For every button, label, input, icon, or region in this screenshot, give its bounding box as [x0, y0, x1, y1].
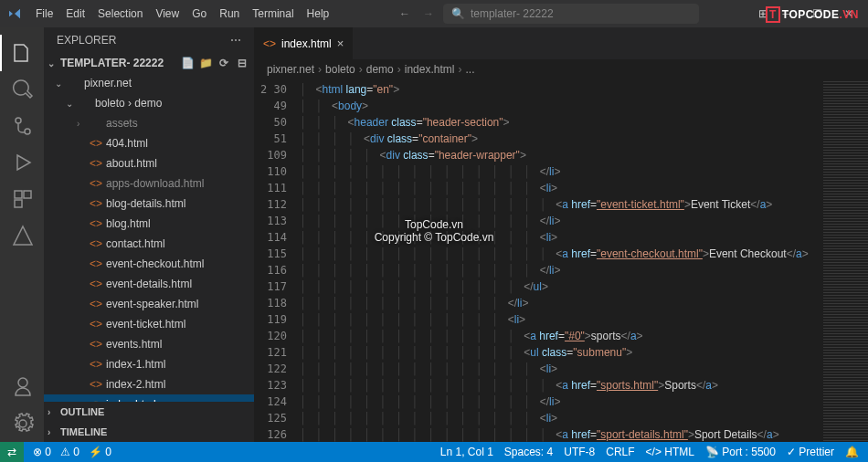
sidebar-title: EXPLORER ⋯	[44, 27, 254, 53]
minimap[interactable]	[822, 79, 868, 442]
file-tree: ⌄pixner.net⌄boleto › demo›assets<>404.ht…	[44, 73, 254, 402]
status-prettier[interactable]: ✓ Prettier	[787, 446, 834, 458]
status-cursor[interactable]: Ln 1, Col 1	[440, 446, 493, 458]
refresh-icon[interactable]: ⟳	[216, 57, 232, 69]
tree-item-label: event-speaker.html	[106, 298, 198, 310]
notifications-icon[interactable]: 🔔	[845, 446, 859, 458]
menu-terminal[interactable]: Terminal	[246, 4, 300, 24]
tab-index-html[interactable]: <> index.html ×	[254, 27, 354, 59]
vscode-logo-icon	[7, 6, 22, 21]
tree-item-label: 404.html	[106, 137, 148, 150]
tree-item-label: event-details.html	[106, 278, 192, 290]
status-eol[interactable]: CRLF	[606, 446, 634, 458]
tree-item[interactable]: <>404.html	[44, 133, 254, 153]
status-ports[interactable]: ⚡ 0	[89, 446, 111, 458]
tree-item[interactable]: <>about.html	[44, 153, 254, 173]
tree-item-label: index-2.html	[106, 378, 165, 391]
menu-selection[interactable]: Selection	[91, 4, 149, 24]
new-file-icon[interactable]: 📄	[179, 57, 196, 69]
source-control-icon[interactable]	[0, 108, 44, 144]
tree-item[interactable]: <>events.html	[44, 334, 254, 354]
tree-item[interactable]: ⌄boleto › demo	[44, 93, 254, 113]
remote-icon[interactable]: ⇄	[0, 442, 24, 462]
collapse-icon[interactable]: ⊟	[234, 57, 250, 69]
tree-item[interactable]: <>blog.html	[44, 214, 254, 234]
sidebar-section-outline[interactable]: › OUTLINE	[44, 402, 254, 422]
breadcrumb-item[interactable]: boleto	[325, 63, 355, 76]
breadcrumb-item[interactable]: index.html	[405, 63, 455, 76]
command-center-text: templater- 22222	[471, 7, 554, 20]
html-file-icon: <>	[263, 37, 276, 50]
status-port[interactable]: 📡 Port : 5500	[705, 446, 776, 458]
code-editor[interactable]: │ <html lang="en"> │ │ <body> │ │ │ <hea…	[300, 79, 822, 442]
search-icon[interactable]	[0, 71, 44, 108]
sidebar-section-label: TEMPLATER- 22222	[60, 57, 175, 69]
status-language[interactable]: </> HTML	[646, 446, 694, 458]
status-encoding[interactable]: UTF-8	[564, 446, 595, 458]
tree-item[interactable]: ⌄pixner.net	[44, 73, 254, 93]
tree-item[interactable]: <>event-checkout.html	[44, 254, 254, 274]
sidebar-section-timeline[interactable]: › TIMELINE	[44, 422, 254, 442]
azure-icon[interactable]	[0, 217, 44, 254]
tree-item[interactable]: ›assets	[44, 113, 254, 133]
breadcrumb-item[interactable]: demo	[366, 63, 394, 76]
status-bar: ⇄ ⊗ 0 ⚠ 0 ⚡ 0 Ln 1, Col 1 Spaces: 4 UTF-…	[0, 442, 868, 462]
nav-back-icon[interactable]: ←	[396, 5, 414, 22]
editor-area: <> index.html × pixner.net›boleto›demo›i…	[254, 27, 868, 442]
menu-go[interactable]: Go	[185, 4, 213, 24]
tree-item[interactable]: <>index-2.html	[44, 374, 254, 394]
tree-item[interactable]: <>apps-download.html	[44, 173, 254, 194]
run-debug-icon[interactable]	[0, 144, 44, 181]
line-gutter: 2 30 49 50 51 109 110 111 112 113 114 11…	[254, 79, 300, 442]
tree-item-label: contact.html	[106, 237, 165, 250]
title-bar: FileEditSelectionViewGoRunTerminalHelp ←…	[0, 0, 868, 27]
tree-item[interactable]: <>event-details.html	[44, 274, 254, 294]
tree-item-label: events.html	[106, 338, 162, 351]
tree-item-label: about.html	[106, 157, 157, 170]
activity-bar	[0, 27, 44, 442]
tree-item[interactable]: <>contact.html	[44, 234, 254, 254]
tree-item-label: pixner.net	[84, 77, 132, 89]
tree-item-label: blog.html	[106, 217, 151, 230]
menu-run[interactable]: Run	[213, 4, 246, 24]
menu-help[interactable]: Help	[301, 4, 336, 24]
sidebar-title-text: EXPLORER	[57, 34, 116, 47]
tree-item[interactable]: <>event-speaker.html	[44, 294, 254, 314]
tree-item-label: apps-download.html	[106, 177, 204, 190]
breadcrumb[interactable]: pixner.net›boleto›demo›index.html›...	[254, 59, 868, 79]
close-icon[interactable]: ×	[337, 37, 344, 50]
tree-item[interactable]: <>index.html	[44, 394, 254, 402]
tree-item[interactable]: <>index-1.html	[44, 354, 254, 374]
command-center[interactable]: 🔍 templater- 22222	[443, 4, 699, 24]
editor-tabs: <> index.html ×	[254, 27, 868, 59]
tree-item-label: event-checkout.html	[106, 257, 204, 270]
breadcrumb-item[interactable]: ...	[465, 63, 474, 76]
explorer-icon[interactable]	[0, 35, 44, 71]
topcode-logo: TTOPCODE.VN	[766, 4, 859, 23]
status-warnings[interactable]: ⚠ 0	[60, 446, 79, 458]
account-icon[interactable]	[0, 369, 44, 405]
tree-item-label: boleto › demo	[95, 97, 162, 110]
menu-edit[interactable]: Edit	[59, 4, 91, 24]
status-errors[interactable]: ⊗ 0	[33, 446, 51, 458]
tree-item-label: blog-details.html	[106, 197, 185, 210]
tab-label: index.html	[281, 37, 332, 50]
breadcrumb-item[interactable]: pixner.net	[267, 63, 314, 76]
menu-view[interactable]: View	[149, 4, 185, 24]
tree-item-label: assets	[106, 117, 138, 130]
menu-file[interactable]: File	[29, 4, 59, 24]
search-icon: 🔍	[451, 7, 465, 20]
more-icon[interactable]: ⋯	[230, 34, 241, 47]
extensions-icon[interactable]	[0, 181, 44, 217]
sidebar-section-header[interactable]: ⌄ TEMPLATER- 22222 📄 📁 ⟳ ⊟	[44, 53, 254, 73]
gear-icon[interactable]	[0, 405, 44, 442]
new-folder-icon[interactable]: 📁	[197, 57, 214, 69]
tree-item[interactable]: <>blog-details.html	[44, 194, 254, 214]
nav-forward-icon[interactable]: →	[419, 5, 438, 22]
tree-item[interactable]: <>event-ticket.html	[44, 314, 254, 334]
status-spaces[interactable]: Spaces: 4	[504, 446, 553, 458]
sidebar: EXPLORER ⋯ ⌄ TEMPLATER- 22222 📄 📁 ⟳ ⊟ ⌄p…	[44, 27, 254, 442]
tree-item-label: event-ticket.html	[106, 318, 185, 331]
tree-item-label: index-1.html	[106, 358, 165, 371]
